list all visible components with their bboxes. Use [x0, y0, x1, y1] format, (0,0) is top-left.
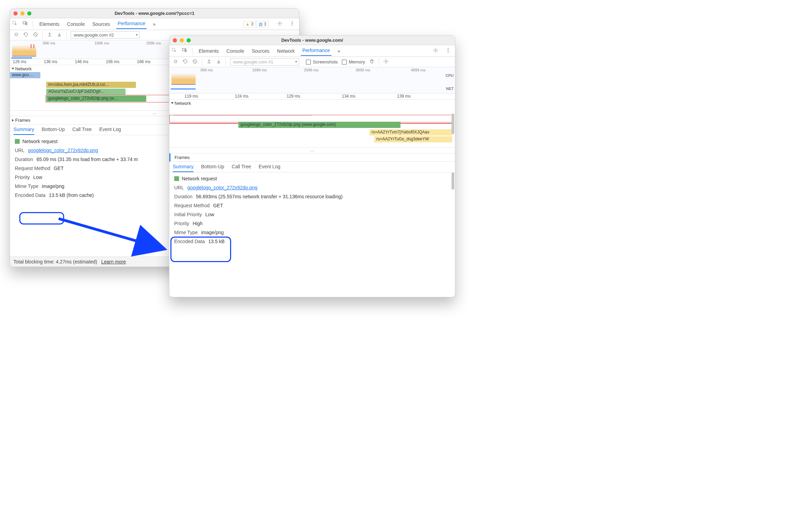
device-toggle-icon[interactable]	[22, 21, 28, 27]
screenshots-checkbox[interactable]: Screenshots	[306, 59, 338, 64]
subtab-event-log[interactable]: Event Log	[99, 127, 121, 135]
trash-icon[interactable]	[369, 59, 375, 65]
scrollbar[interactable]	[452, 172, 454, 190]
subtab-event-log[interactable]: Event Log	[259, 164, 280, 172]
maximize-icon[interactable]	[27, 11, 31, 16]
minimize-icon[interactable]	[20, 11, 24, 16]
kebab-menu-icon[interactable]	[289, 21, 295, 27]
svg-rect-11	[185, 49, 186, 52]
learn-more-link[interactable]: Learn more	[101, 259, 126, 264]
record-icon[interactable]	[13, 32, 19, 38]
maximize-icon[interactable]	[187, 38, 191, 42]
subtab-summary[interactable]: Summary	[13, 127, 34, 135]
clear-icon[interactable]	[192, 59, 198, 65]
recording-select[interactable]: www.google.com #1	[230, 58, 299, 66]
request-bar[interactable]: m=cdos,hsm,jsa,mb4ZUb,d,csi…	[46, 82, 136, 88]
tab-elements[interactable]: Elements	[197, 47, 220, 55]
tab-sources[interactable]: Sources	[250, 47, 271, 55]
expand-icon[interactable]	[171, 102, 174, 104]
svg-point-15	[448, 51, 448, 52]
request-details-2: Network request URL googlelogo_color_272…	[169, 172, 455, 297]
subtab-call-tree[interactable]: Call Tree	[232, 164, 251, 172]
svg-point-18	[385, 61, 387, 62]
download-icon[interactable]	[57, 32, 62, 38]
initial-priority-label: Initial Priority	[174, 212, 202, 217]
messages-badge[interactable]: ▤ 3	[256, 21, 269, 27]
reload-icon[interactable]	[182, 59, 188, 65]
row-duration: Duration 56.693ms (25.557ms network tran…	[174, 194, 450, 199]
network-lane-header[interactable]: Network	[169, 100, 455, 107]
url-link[interactable]: googlelogo_color_272x92dp.png	[187, 185, 257, 190]
upload-icon[interactable]	[206, 59, 212, 65]
tab-console[interactable]: Console	[225, 47, 245, 55]
request-bar-selected[interactable]: googlelogo_color_272x92dp.png (w…	[46, 96, 146, 102]
checkbox-icon[interactable]	[306, 60, 311, 64]
subtab-summary[interactable]: Summary	[173, 164, 194, 172]
overview-timeline-2[interactable]: 999 ms 1999 ms 2999 ms 3999 ms 4999 ms C…	[169, 67, 455, 93]
tab-console[interactable]: Console	[66, 20, 86, 28]
settings-gear-icon[interactable]	[277, 21, 283, 27]
device-toggle-icon[interactable]	[182, 48, 187, 54]
separator	[202, 59, 202, 66]
panel-settings-gear-icon[interactable]	[383, 59, 389, 65]
expand-icon[interactable]	[12, 119, 14, 122]
settings-gear-icon[interactable]	[433, 48, 438, 54]
more-tabs-icon[interactable]: »	[151, 20, 157, 28]
inspect-icon[interactable]	[12, 21, 18, 27]
download-icon[interactable]	[216, 59, 221, 65]
tab-elements[interactable]: Elements	[38, 20, 61, 28]
reload-icon[interactable]	[23, 32, 29, 38]
request-bar[interactable]: AGvuzYaZuuCrJpF1idZiOgh…	[46, 89, 126, 95]
details-header: Network request	[174, 176, 450, 181]
more-tabs-icon[interactable]: »	[336, 47, 342, 55]
warnings-badge[interactable]: ▲ 3	[243, 21, 256, 27]
subtab-bottom-up[interactable]: Bottom-Up	[42, 127, 65, 135]
upload-icon[interactable]	[47, 32, 52, 38]
time-ruler-2[interactable]: 119 ms 124 ms 129 ms 134 ms 139 ms	[169, 93, 455, 100]
timeline-marker	[33, 44, 34, 48]
details-title: Network request	[182, 176, 217, 181]
expand-icon[interactable]	[12, 68, 14, 70]
separator	[66, 32, 67, 39]
subtab-call-tree[interactable]: Call Tree	[72, 127, 92, 135]
tab-network[interactable]: Network	[276, 47, 296, 55]
kebab-menu-icon[interactable]	[445, 48, 451, 54]
scrollbar[interactable]	[452, 113, 454, 134]
mime-label: Mime Type	[15, 183, 38, 189]
issue-badges[interactable]: ▲ 3 ▤ 3	[243, 21, 269, 27]
network-track-2[interactable]: googlelogo_color_272x92dp.png (www.googl…	[169, 107, 455, 148]
titlebar-2[interactable]: DevTools - www.google.com/	[169, 36, 455, 45]
detail-sub-tabs-2: Summary Bottom-Up Call Tree Event Log	[169, 162, 455, 172]
row-init-priority: Initial Priority Low	[174, 212, 450, 217]
window-title: DevTools - www.google.com/	[169, 38, 455, 43]
record-icon[interactable]	[173, 59, 178, 65]
recording-select[interactable]: www.google.com #2	[71, 31, 140, 39]
inspect-icon[interactable]	[171, 48, 177, 54]
tab-performance[interactable]: Performance	[301, 46, 331, 56]
overview-tick: 996 ms	[43, 41, 55, 45]
titlebar-1[interactable]: DevTools - www.google.com/?pccc=1	[10, 9, 299, 18]
encoded-label: Encoded Data	[174, 239, 205, 244]
frames-lane-header[interactable]: Frames	[169, 153, 455, 162]
collapsed-lanes-indicator[interactable]: ···	[169, 148, 455, 153]
subtab-bottom-up[interactable]: Bottom-Up	[201, 164, 224, 172]
ruler-tick: 126 ms	[13, 59, 26, 64]
close-icon[interactable]	[173, 38, 177, 42]
method-value: GET	[54, 166, 64, 171]
request-bar-selected[interactable]: googlelogo_color_272x92dp.png (www.googl…	[238, 122, 394, 128]
mime-label: Mime Type	[174, 230, 198, 235]
tab-performance[interactable]: Performance	[116, 19, 147, 29]
checkbox-icon[interactable]	[342, 60, 347, 64]
url-link[interactable]: googlelogo_color_272x92dp.png	[28, 148, 98, 153]
duration-value: 56.693ms (25.557ms network transfer + 31…	[196, 194, 343, 199]
minimize-icon[interactable]	[180, 38, 184, 42]
request-bar[interactable]: rs=AA2YrTvm7jYwbsf0XJQAav	[369, 129, 452, 136]
memory-checkbox[interactable]: Memory	[342, 59, 365, 64]
tab-sources[interactable]: Sources	[91, 20, 111, 28]
request-bar[interactable]: www.goo…	[10, 72, 40, 78]
clear-icon[interactable]	[33, 32, 38, 38]
svg-point-4	[292, 21, 293, 22]
close-icon[interactable]	[13, 11, 18, 16]
request-bar[interactable]: rs=AA2YrTuGs_dsg3deeYW	[374, 136, 452, 142]
main-tabs-1: Elements Console Sources Performance » ▲…	[10, 18, 299, 30]
